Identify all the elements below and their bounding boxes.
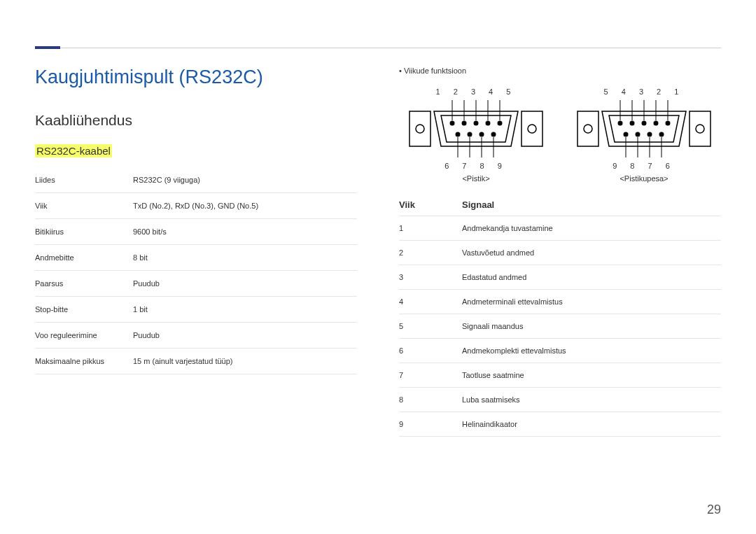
signal-row: 1Andmekandja tuvastamine xyxy=(399,216,721,241)
svg-point-25 xyxy=(584,125,592,133)
pin-function-bullet: Viikude funktsioon xyxy=(399,66,721,75)
signal-pin: 7 xyxy=(399,371,462,379)
connector-male: 1 2 3 4 5 6 7 8 9 <Pistik> xyxy=(399,87,553,183)
svg-point-1 xyxy=(416,125,424,133)
spec-row: Andmebitte8 bit xyxy=(35,245,357,271)
signal-name: Signaali maandus xyxy=(462,322,721,330)
svg-point-14 xyxy=(491,132,496,137)
spec-row: ViikTxD (No.2), RxD (No.3), GND (No.5) xyxy=(35,193,357,219)
svg-point-36 xyxy=(636,132,640,137)
svg-point-13 xyxy=(479,132,484,137)
signal-table-header: Viik Signaal xyxy=(399,199,721,216)
svg-point-10 xyxy=(498,121,503,126)
signal-name: Andmeterminali ettevalmistus xyxy=(462,297,721,306)
signal-row: 7Taotluse saatmine xyxy=(399,363,721,388)
subsection-label: RS232C-kaabel xyxy=(35,144,112,157)
spec-label: Bitikiirus xyxy=(35,219,133,245)
svg-rect-2 xyxy=(522,111,542,146)
spec-label: Andmebitte xyxy=(35,245,133,271)
spec-value: Puudub xyxy=(133,323,357,349)
page-rule-accent xyxy=(35,46,60,49)
spec-value: TxD (No.2), RxD (No.3), GND (No.5) xyxy=(133,193,357,219)
spec-table: LiidesRS232C (9 viiguga)ViikTxD (No.2), … xyxy=(35,167,357,374)
svg-point-27 xyxy=(696,125,704,133)
signal-name: Luba saatmiseks xyxy=(462,395,721,404)
db9-male-icon xyxy=(406,97,546,160)
svg-point-37 xyxy=(648,132,652,137)
signal-pin: 3 xyxy=(399,273,462,281)
signal-name: Helinaindikaator xyxy=(462,420,721,428)
signal-name: Edastatud andmed xyxy=(462,273,721,281)
svg-point-34 xyxy=(666,121,671,126)
signal-row: 6Andmekomplekti ettevalmistus xyxy=(399,339,721,363)
signal-table: 1Andmekandja tuvastamine2Vastuvõetud and… xyxy=(399,216,721,437)
signal-name: Taotluse saatmine xyxy=(462,371,721,379)
signal-header-pin: Viik xyxy=(399,199,462,210)
signal-row: 9Helinaindikaator xyxy=(399,412,721,437)
connector-diagrams: 1 2 3 4 5 6 7 8 9 <Pistik> 5 4 3 xyxy=(399,87,721,183)
svg-point-11 xyxy=(456,132,461,137)
signal-name: Vastuvõetud andmed xyxy=(462,248,721,257)
signal-row: 8Luba saatmiseks xyxy=(399,388,721,412)
signal-pin: 9 xyxy=(399,420,462,428)
signal-pin: 2 xyxy=(399,248,462,257)
signal-pin: 5 xyxy=(399,322,462,330)
svg-point-31 xyxy=(630,121,635,126)
male-top-pins: 1 2 3 4 5 xyxy=(399,87,553,96)
svg-point-6 xyxy=(450,121,455,126)
svg-rect-0 xyxy=(410,111,430,146)
db9-female-icon xyxy=(574,97,714,160)
page-title: Kaugjuhtimispult (RS232C) xyxy=(35,66,357,88)
spec-label: Stop-bitte xyxy=(35,297,133,323)
signal-pin: 4 xyxy=(399,297,462,306)
signal-row: 4Andmeterminali ettevalmistus xyxy=(399,290,721,314)
svg-point-30 xyxy=(618,121,623,126)
right-column: Viikude funktsioon 1 2 3 4 5 6 7 8 9 xyxy=(399,66,721,492)
spec-row: Stop-bitte1 bit xyxy=(35,297,357,323)
signal-pin: 1 xyxy=(399,224,462,232)
spec-row: PaarsusPuudub xyxy=(35,271,357,297)
signal-row: 3Edastatud andmed xyxy=(399,265,721,290)
spec-label: Maksimaalne pikkus xyxy=(35,349,133,374)
spec-value: Puudub xyxy=(133,271,357,297)
spec-value: RS232C (9 viiguga) xyxy=(133,167,357,193)
section-heading: Kaabliühendus xyxy=(35,112,357,129)
spec-label: Voo reguleerimine xyxy=(35,323,133,349)
spec-row: Voo reguleeriminePuudub xyxy=(35,323,357,349)
female-top-pins: 5 4 3 2 1 xyxy=(567,87,721,96)
spec-label: Paarsus xyxy=(35,271,133,297)
signal-row: 2Vastuvõetud andmed xyxy=(399,241,721,265)
male-label: <Pistik> xyxy=(399,174,553,183)
svg-point-7 xyxy=(462,121,467,126)
svg-point-32 xyxy=(642,121,647,126)
spec-row: Bitikiirus9600 bit/s xyxy=(35,219,357,245)
signal-name: Andmekomplekti ettevalmistus xyxy=(462,346,721,355)
connector-female: 5 4 3 2 1 9 8 7 6 <Pistikupesa> xyxy=(567,87,721,183)
signal-pin: 6 xyxy=(399,346,462,355)
svg-point-35 xyxy=(624,132,629,137)
signal-row: 5Signaali maandus xyxy=(399,314,721,339)
svg-rect-26 xyxy=(690,111,710,146)
svg-point-33 xyxy=(654,121,659,126)
left-column: Kaugjuhtimispult (RS232C) Kaabliühendus … xyxy=(35,66,357,492)
svg-point-8 xyxy=(474,121,479,126)
signal-pin: 8 xyxy=(399,395,462,404)
svg-rect-24 xyxy=(578,111,598,146)
male-bottom-pins: 6 7 8 9 xyxy=(399,162,553,170)
svg-point-12 xyxy=(468,132,472,137)
svg-point-3 xyxy=(528,125,536,133)
svg-point-38 xyxy=(659,132,664,137)
svg-point-9 xyxy=(486,121,491,126)
signal-name: Andmekandja tuvastamine xyxy=(462,224,721,232)
spec-row: Maksimaalne pikkus15 m (ainult varjestat… xyxy=(35,349,357,374)
female-bottom-pins: 9 8 7 6 xyxy=(567,162,721,170)
signal-header-signal: Signaal xyxy=(462,199,494,210)
spec-label: Viik xyxy=(35,193,133,219)
page-number: 29 xyxy=(707,503,721,517)
spec-value: 1 bit xyxy=(133,297,357,323)
page-rule xyxy=(35,48,721,48)
spec-value: 15 m (ainult varjestatud tüüp) xyxy=(133,349,357,374)
spec-label: Liides xyxy=(35,167,133,193)
spec-value: 9600 bit/s xyxy=(133,219,357,245)
spec-value: 8 bit xyxy=(133,245,357,271)
